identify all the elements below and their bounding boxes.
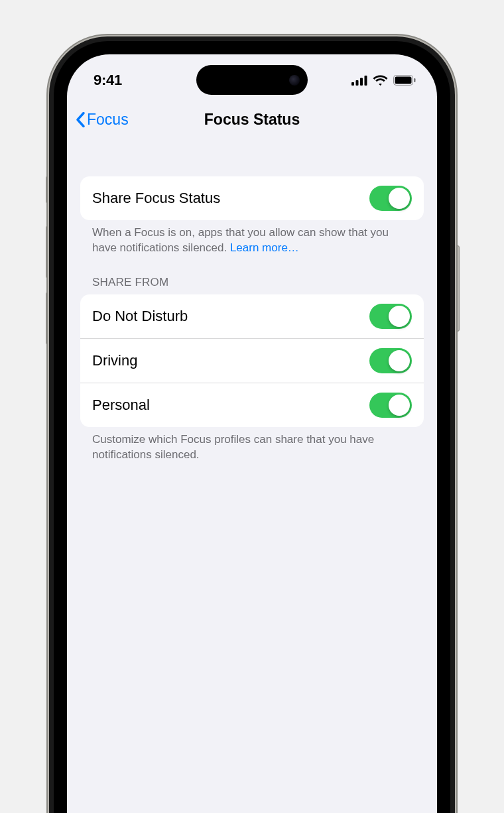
nav-bar: Focus Focus Status	[67, 103, 437, 135]
screen: 9:41 Foc	[67, 54, 437, 813]
share-status-section: Share Focus Status When a Focus is on, a…	[80, 176, 424, 256]
share-from-header: SHARE FROM	[80, 276, 424, 294]
cellular-icon	[351, 76, 367, 86]
do-not-disturb-label: Do Not Disturb	[92, 308, 188, 325]
svg-rect-3	[365, 76, 367, 86]
svg-rect-1	[356, 80, 359, 86]
personal-toggle[interactable]	[369, 393, 412, 418]
personal-label: Personal	[92, 397, 150, 414]
do-not-disturb-toggle[interactable]	[369, 304, 412, 329]
share-status-footer: When a Focus is on, apps that you allow …	[80, 220, 424, 256]
status-time: 9:41	[94, 72, 122, 89]
share-from-section: SHARE FROM Do Not Disturb Driving Person…	[80, 276, 424, 463]
battery-icon	[393, 75, 416, 86]
learn-more-link[interactable]: Learn more…	[230, 241, 299, 254]
share-focus-status-toggle[interactable]	[369, 186, 412, 211]
back-label: Focus	[87, 111, 129, 129]
personal-row: Personal	[80, 383, 424, 427]
svg-rect-6	[414, 78, 416, 82]
chevron-left-icon	[75, 111, 86, 127]
driving-row: Driving	[80, 338, 424, 383]
driving-label: Driving	[92, 352, 137, 369]
share-from-footer: Customize which Focus profiles can share…	[80, 427, 424, 463]
share-focus-status-row: Share Focus Status	[80, 176, 424, 220]
status-bar: 9:41	[67, 66, 437, 94]
svg-rect-2	[360, 78, 363, 86]
page-title: Focus Status	[204, 111, 300, 129]
svg-rect-5	[395, 77, 412, 84]
share-focus-status-label: Share Focus Status	[92, 190, 220, 207]
wifi-icon	[373, 75, 388, 86]
phone-power-button	[455, 245, 460, 332]
back-button[interactable]: Focus	[75, 111, 129, 129]
do-not-disturb-row: Do Not Disturb	[80, 294, 424, 338]
phone-frame: 9:41 Foc	[49, 36, 455, 813]
driving-toggle[interactable]	[369, 348, 412, 373]
svg-rect-0	[351, 82, 354, 86]
